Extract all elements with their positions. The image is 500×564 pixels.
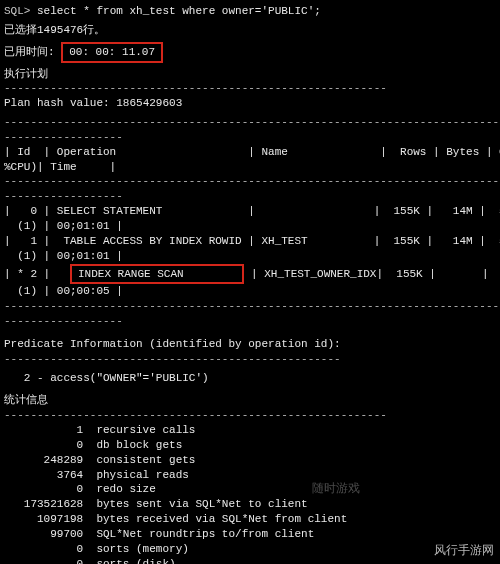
stats-line: 0 redo size [4, 482, 496, 497]
plan-hash-label: Plan hash value: [4, 97, 110, 109]
rows-selected: 已选择1495476行。 [4, 23, 496, 38]
predicate-dash: ----------------------------------------… [4, 352, 496, 367]
stats-dash: ----------------------------------------… [4, 408, 496, 423]
predicate-header: Predicate Information (identified by ope… [4, 337, 496, 352]
elapsed-value: 00: 00: 11.07 [61, 42, 163, 63]
stats-line: 3764 physical reads [4, 468, 496, 483]
plan-border-mid: ----------------------------------------… [4, 174, 496, 189]
stats-line: 248289 consistent gets [4, 453, 496, 468]
predicate-line: 2 - access("OWNER"='PUBLIC') [4, 371, 496, 386]
plan-row-cont: (1) | 00;01:01 | [4, 219, 496, 234]
stats-line: 0 sorts (disk) [4, 557, 496, 564]
stats-line: 99700 SQL*Net roundtrips to/from client [4, 527, 496, 542]
stats-title: 统计信息 [4, 393, 496, 408]
stats-line: 173521628 bytes sent via SQL*Net to clie… [4, 497, 496, 512]
plan-hash-value: 1865429603 [116, 97, 182, 109]
stats-line: 0 sorts (memory) [4, 542, 496, 557]
stats-line: 1097198 bytes received via SQL*Net from … [4, 512, 496, 527]
plan-row: | 1 | TABLE ACCESS BY INDEX ROWID | XH_T… [4, 234, 496, 249]
elapsed-label: 已用时间: [4, 46, 55, 58]
sql-command-line: SQL> select * from xh_test where owner='… [4, 4, 496, 19]
watermark-center: 随时游戏 [312, 480, 360, 496]
elapsed-line: 已用时间: 00: 00: 11.07 [4, 42, 496, 63]
plan-row: | * 2 | INDEX RANGE SCAN | XH_TEST_OWNER… [4, 264, 496, 285]
stats-line: 0 db block gets [4, 438, 496, 453]
watermark-corner: 风行手游网 [434, 542, 494, 558]
sql-prompt: SQL> [4, 5, 30, 17]
plan-row: | 0 | SELECT STATEMENT | | 155K | 14M | … [4, 204, 496, 219]
plan-border-top: ----------------------------------------… [4, 115, 496, 130]
sql-query: select * from xh_test where owner='PUBLI… [37, 5, 321, 17]
plan-border-bot: ----------------------------------------… [4, 299, 496, 314]
plan-border-bot2: ------------------ [4, 314, 496, 329]
stats-line: 1 recursive calls [4, 423, 496, 438]
plan-header-row: | Id | Operation | Name | Rows | Bytes |… [4, 145, 496, 175]
plan-body: | 0 | SELECT STATEMENT | | 155K | 14M | … [4, 204, 496, 299]
stats-body: 1 recursive calls 0 db block gets 248289… [4, 423, 496, 564]
index-range-scan: INDEX RANGE SCAN [70, 264, 244, 285]
plan-border-mid2: ------------------ [4, 189, 496, 204]
plan-row-cont: (1) | 00;00:05 | [4, 284, 496, 299]
plan-hash-line: Plan hash value: 1865429603 [4, 96, 496, 111]
terminal-screen[interactable]: SQL> select * from xh_test where owner='… [0, 0, 500, 564]
exec-plan-dash: ----------------------------------------… [4, 81, 496, 96]
plan-border-top2: ------------------ [4, 130, 496, 145]
exec-plan-title: 执行计划 [4, 67, 496, 82]
plan-row-cont: (1) | 00;01:01 | [4, 249, 496, 264]
